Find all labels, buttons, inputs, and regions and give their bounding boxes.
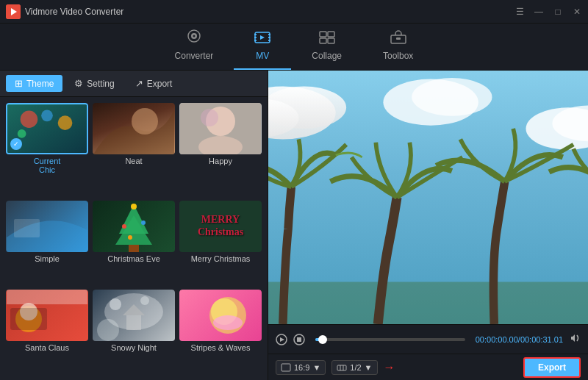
theme-christmas-eve-thumb — [93, 201, 175, 252]
title-bar-maximize[interactable]: □ — [553, 7, 563, 17]
theme-neat[interactable]: Neat — [93, 103, 175, 196]
video-preview — [268, 71, 588, 324]
theme-merry-christmas[interactable]: MERRY Christmas Merry Christmas — [179, 201, 262, 285]
theme-simple[interactable]: Simple — [6, 201, 88, 285]
svg-point-54 — [213, 315, 243, 330]
theme-stripes-waves[interactable]: Stripes & Waves — [179, 290, 262, 374]
svg-rect-49 — [126, 315, 141, 330]
svg-rect-6 — [254, 34, 257, 35]
theme-christmas-eve[interactable]: Christmas Eve — [93, 201, 175, 285]
theme-neat-label: Neat — [93, 157, 175, 165]
svg-rect-8 — [254, 40, 257, 41]
svg-point-19 — [21, 110, 38, 128]
svg-rect-63 — [268, 282, 588, 325]
svg-rect-68 — [282, 364, 290, 371]
left-panel: ⊞ Theme ⚙ Setting ↗ Export — [0, 71, 268, 380]
svg-point-20 — [41, 110, 53, 122]
theme-santa-label: Santa Claus — [6, 343, 88, 352]
title-bar-menu[interactable]: ☰ — [514, 7, 525, 17]
nav-toolbox[interactable]: Toolbox — [362, 24, 434, 70]
svg-point-22 — [18, 129, 26, 138]
time-display: 00:00:00.00/00:00:31.01 — [476, 335, 563, 344]
svg-rect-40 — [7, 290, 87, 304]
svg-rect-67 — [297, 337, 301, 342]
setting-tab-icon: ⚙ — [74, 78, 83, 89]
chic-label: Chic — [39, 165, 55, 174]
selected-check: ✓ — [10, 138, 22, 150]
title-bar-close[interactable]: ✕ — [572, 7, 582, 17]
svg-rect-34 — [129, 245, 139, 252]
aspect-ratio-select[interactable]: 16:9 ▼ — [276, 360, 326, 375]
theme-happy[interactable]: Happy — [179, 103, 262, 196]
scale-value: 1/2 — [350, 363, 361, 372]
stop-button[interactable] — [293, 334, 305, 345]
tab-setting[interactable]: ⚙ Setting — [65, 75, 123, 92]
svg-point-24 — [132, 108, 158, 135]
svg-rect-69 — [337, 365, 346, 370]
svg-point-28 — [201, 109, 218, 126]
theme-neat-thumb — [93, 103, 175, 154]
tab-export-label: Export — [147, 79, 173, 89]
svg-rect-13 — [328, 32, 334, 37]
theme-grid: ✓ Current Chic Neat — [0, 97, 268, 380]
svg-point-38 — [128, 235, 132, 240]
theme-current[interactable]: ✓ Current Chic — [6, 103, 88, 196]
nav-converter[interactable]: Converter — [154, 22, 234, 70]
toolbox-icon — [390, 29, 406, 48]
svg-point-36 — [122, 224, 126, 229]
svg-point-48 — [97, 319, 119, 341]
nav-collage-label: Collage — [312, 51, 342, 61]
theme-simple-label: Simple — [6, 254, 88, 263]
volume-icon[interactable] — [569, 332, 581, 346]
title-bar-minimize[interactable]: — — [534, 7, 544, 17]
nav-converter-label: Converter — [175, 51, 214, 61]
theme-tab-icon: ⊞ — [15, 78, 23, 89]
svg-point-21 — [58, 115, 73, 130]
svg-point-4 — [193, 35, 195, 37]
mv-icon — [254, 31, 270, 48]
svg-rect-30 — [14, 219, 40, 237]
merry-text: MERRY Christmas — [198, 214, 243, 239]
nav-collage[interactable]: Collage — [291, 25, 362, 70]
theme-merry-label: Merry Christmas — [179, 254, 262, 263]
controls-bar: 00:00:00.00/00:00:31.01 — [268, 324, 588, 354]
progress-bar[interactable] — [315, 338, 465, 341]
svg-point-46 — [110, 298, 121, 310]
theme-stripes-thumb — [179, 290, 262, 341]
aspect-ratio-dropdown: ▼ — [312, 363, 320, 372]
title-bar: Vidmore Video Converter ☰ — □ ✕ — [0, 0, 588, 24]
theme-snowy-night[interactable]: Snowy Night — [93, 290, 175, 374]
theme-christmas-eve-label: Christmas Eve — [93, 254, 175, 263]
app-logo — [6, 4, 21, 19]
tab-export[interactable]: ↗ Export — [126, 75, 182, 92]
theme-santa-claus[interactable]: Santa Claus — [6, 290, 88, 374]
aspect-ratio-value: 16:9 — [294, 363, 309, 372]
theme-happy-thumb — [179, 103, 262, 154]
nav-mv[interactable]: MV — [234, 25, 291, 70]
tab-theme[interactable]: ⊞ Theme — [6, 75, 62, 92]
progress-dot — [318, 335, 327, 344]
svg-rect-17 — [396, 37, 401, 40]
format-bar: 16:9 ▼ 1/2 ▼ → Export — [268, 354, 588, 380]
tab-bar: ⊞ Theme ⚙ Setting ↗ Export — [0, 71, 268, 97]
theme-snowy-thumb — [93, 290, 175, 341]
scale-select[interactable]: 1/2 ▼ — [331, 360, 377, 375]
svg-point-47 — [140, 296, 149, 305]
nav-mv-label: MV — [256, 51, 269, 61]
scale-dropdown: ▼ — [365, 363, 373, 372]
tab-setting-label: Setting — [87, 79, 114, 89]
top-navigation: Converter MV Collage — [0, 24, 588, 71]
theme-happy-label: Happy — [179, 157, 262, 165]
svg-point-60 — [412, 78, 492, 116]
theme-current-label: Current Chic — [6, 157, 88, 174]
theme-snowy-label: Snowy Night — [93, 343, 175, 352]
play-button[interactable] — [276, 334, 287, 345]
theme-stripes-label: Stripes & Waves — [179, 343, 262, 352]
svg-rect-14 — [320, 38, 326, 43]
svg-rect-7 — [254, 37, 257, 38]
export-arrow: → — [384, 361, 395, 374]
title-bar-controls: ☰ — □ ✕ — [514, 7, 582, 17]
collage-icon — [319, 31, 335, 48]
theme-santa-thumb — [6, 290, 88, 341]
export-button[interactable]: Export — [523, 357, 581, 378]
